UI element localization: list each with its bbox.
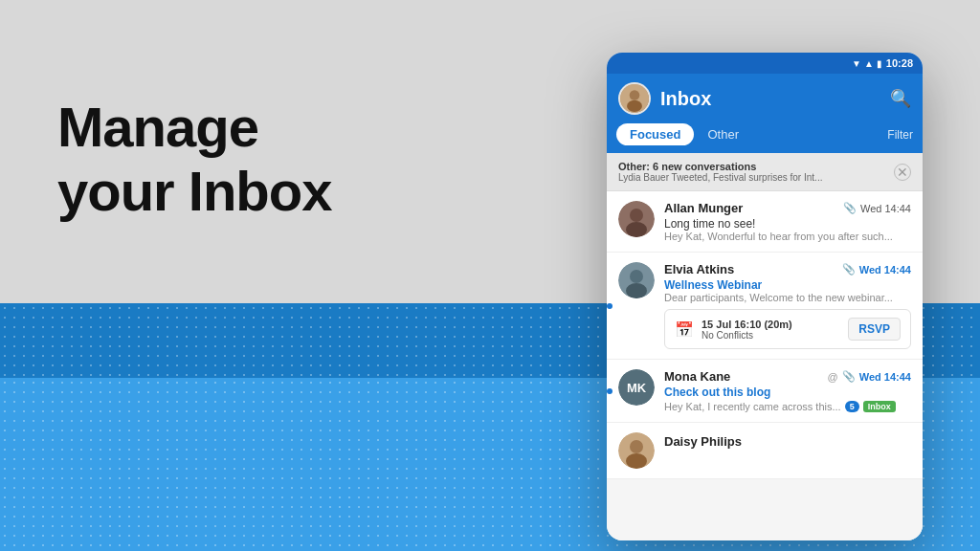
email-top-row: Elvia Atkins 📎 Wed 14:44 [664, 262, 911, 276]
email-preview: Dear participants, Welcome to the new we… [664, 292, 911, 303]
wifi-icon: ▼ [852, 58, 861, 69]
email-item[interactable]: Elvia Atkins 📎 Wed 14:44 Wellness Webina… [607, 253, 923, 360]
email-body: Daisy Philips [664, 432, 911, 450]
email-item[interactable]: Daisy Philips [607, 423, 923, 479]
email-item[interactable]: Allan Munger 📎 Wed 14:44 Long time no se… [607, 191, 923, 253]
email-date: Wed 14:44 [860, 203, 911, 214]
svg-point-4 [630, 209, 643, 222]
status-icons: ▼ ▲ ▮ [852, 58, 882, 69]
avatar-initials: MK [618, 369, 655, 406]
svg-point-7 [630, 270, 643, 283]
email-subject: Check out this blog [664, 386, 911, 399]
email-preview: Hey Kat, I recently came across this... [664, 401, 841, 412]
calendar-icon: 📅 [675, 320, 694, 339]
calendar-text: 15 Jul 16:10 (20m) No Conflicts [702, 319, 792, 341]
close-notification-button[interactable]: ✕ [894, 164, 911, 181]
calendar-card[interactable]: 📅 15 Jul 16:10 (20m) No Conflicts RSVP [664, 309, 911, 349]
phone-mockup: ▼ ▲ ▮ 10:28 Inbox 🔍 Focused Other Filter [607, 53, 923, 540]
email-subject: Long time no see! [664, 217, 911, 231]
status-bar: ▼ ▲ ▮ 10:28 [607, 53, 923, 74]
avatar [618, 432, 655, 469]
sender-name: Daisy Philips [664, 434, 742, 449]
notification-subtitle: Lydia Bauer Tweeted, Festival surprises … [618, 172, 822, 183]
badge-inbox: Inbox [863, 401, 896, 412]
email-body: Allan Munger 📎 Wed 14:44 Long time no se… [664, 201, 911, 242]
inbox-title: Inbox [660, 88, 880, 110]
notification-title: Other: 6 new conversations [618, 161, 822, 172]
svg-point-11 [626, 453, 647, 469]
email-subject: Wellness Webinar [664, 278, 911, 292]
svg-point-1 [630, 90, 640, 100]
email-meta: 📎 Wed 14:44 [843, 202, 911, 214]
hero-text: Manage your Inbox [57, 96, 331, 223]
avatar [618, 201, 655, 237]
tab-bar: Focused Other Filter [607, 123, 923, 153]
tab-other[interactable]: Other [700, 123, 746, 145]
email-top-row: Mona Kane @ 📎 Wed 14:44 [664, 369, 911, 384]
email-date: Wed 14:44 [859, 264, 911, 276]
svg-point-5 [626, 222, 647, 237]
avatar-image [620, 84, 649, 113]
email-preview: Hey Kat, Wonderful to hear from you afte… [664, 231, 911, 242]
email-list: Other: 6 new conversations Lydia Bauer T… [607, 153, 923, 540]
search-icon[interactable]: 🔍 [890, 88, 911, 109]
email-body: Elvia Atkins 📎 Wed 14:44 Wellness Webina… [664, 262, 911, 349]
email-date: Wed 14:44 [859, 371, 911, 383]
attachment-icon: 📎 [842, 263, 856, 276]
email-top-row: Allan Munger 📎 Wed 14:44 [664, 201, 911, 215]
app-header: Inbox 🔍 [607, 74, 923, 123]
email-meta: 📎 Wed 14:44 [842, 263, 911, 276]
battery-icon: ▮ [877, 58, 882, 69]
at-icon: @ [828, 371, 838, 383]
avatar[interactable] [618, 82, 651, 115]
tab-filter[interactable]: Filter [887, 128, 913, 142]
notification-banner[interactable]: Other: 6 new conversations Lydia Bauer T… [607, 153, 923, 191]
notification-text: Other: 6 new conversations Lydia Bauer T… [618, 161, 822, 183]
signal-icon: ▲ [864, 58, 874, 69]
svg-point-8 [626, 283, 647, 298]
avatar: MK [618, 369, 655, 406]
rsvp-button[interactable]: RSVP [848, 318, 901, 341]
email-item[interactable]: MK Mona Kane @ 📎 Wed 14:44 Check out thi… [607, 360, 923, 423]
email-meta: @ 📎 Wed 14:44 [828, 370, 911, 383]
attachment-icon: 📎 [843, 202, 857, 214]
svg-point-10 [630, 440, 643, 453]
tab-focused[interactable]: Focused [616, 123, 694, 145]
svg-point-2 [627, 100, 642, 112]
calendar-info: 📅 15 Jul 16:10 (20m) No Conflicts [675, 319, 792, 341]
badge-count: 5 [845, 401, 859, 412]
calendar-date: 15 Jul 16:10 (20m) [702, 319, 792, 330]
email-body: Mona Kane @ 📎 Wed 14:44 Check out this b… [664, 369, 911, 412]
avatar [618, 262, 655, 298]
sender-name: Mona Kane [664, 369, 730, 384]
badge-row: Hey Kat, I recently came across this... … [664, 401, 911, 412]
sender-name: Allan Munger [664, 201, 743, 215]
status-time: 10:28 [886, 57, 913, 69]
calendar-status: No Conflicts [702, 330, 792, 341]
attachment-icon: 📎 [842, 370, 856, 383]
sender-name: Elvia Atkins [664, 262, 734, 276]
